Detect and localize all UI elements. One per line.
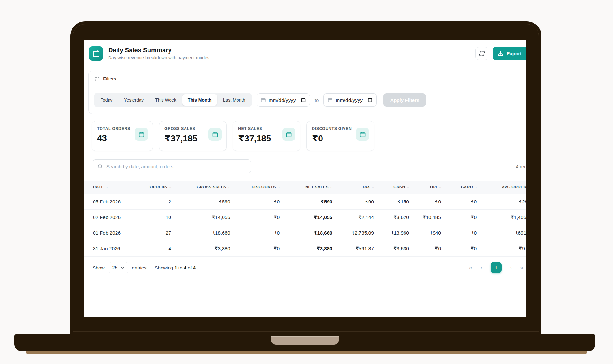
calendar-icon <box>328 97 333 102</box>
records-count: 4 records <box>516 164 526 169</box>
page-background: Daily Sales Summary Day-wise revenue bre… <box>0 0 613 364</box>
page-subtitle: Day-wise revenue breakdown with payment … <box>108 55 209 60</box>
date-preset-group: Today Yesterday This Week This Month Las… <box>94 93 252 107</box>
column-header-cash[interactable]: CASH○ <box>383 181 419 194</box>
column-header-net-sales[interactable]: NET SALES○ <box>289 181 342 194</box>
export-button[interactable]: Export <box>493 47 526 60</box>
column-header-card[interactable]: CARD○ <box>450 181 486 194</box>
first-page-button[interactable]: « <box>469 264 472 271</box>
cell-cash: ₹3,630 <box>383 241 419 256</box>
page-title: Daily Sales Summary <box>108 47 209 54</box>
stat-card-total-orders: TOTAL ORDERS 43 <box>92 121 153 151</box>
cell-cash: ₹3,620 <box>383 209 419 225</box>
date-picker-icon <box>301 97 306 102</box>
cell-date: 02 Feb 2026 <box>84 209 144 225</box>
filters-title: Filters <box>103 76 116 81</box>
cell-upi: ₹0 <box>419 194 450 209</box>
search-box <box>93 159 251 173</box>
cell-date: 01 Feb 2026 <box>84 225 144 241</box>
laptop-screen: Daily Sales Summary Day-wise revenue bre… <box>84 40 526 317</box>
entries-label: entries <box>132 265 147 270</box>
cell-tax: ₹2,735.09 <box>342 225 383 241</box>
cell-gross-sales: ₹3,880 <box>181 241 240 256</box>
sort-icon: ○ <box>475 186 477 189</box>
refresh-icon <box>479 50 485 57</box>
cell-date: 05 Feb 2026 <box>84 194 144 209</box>
table-row: 02 Feb 2026 10 ₹14,055 ₹0 ₹14,055 ₹2,144… <box>84 209 526 225</box>
apply-filters-button[interactable]: Apply Filters <box>383 93 426 107</box>
cell-card: ₹0 <box>450 241 486 256</box>
cell-discounts: ₹0 <box>240 194 289 209</box>
current-page-button[interactable]: 1 <box>491 262 502 273</box>
cell-tax: ₹90 <box>342 194 383 209</box>
chevron-down-icon <box>120 266 125 270</box>
filters-header: Filters <box>89 71 526 87</box>
table-row: 31 Jan 2026 4 ₹3,880 ₹0 ₹3,880 ₹591.87 ₹… <box>84 241 526 256</box>
date-picker-icon <box>367 97 373 102</box>
sort-icon: ○ <box>278 186 280 189</box>
column-header-gross-sales[interactable]: GROSS SALES○ <box>181 181 240 194</box>
cell-card: ₹0 <box>450 209 486 225</box>
previous-page-button[interactable]: ‹ <box>481 264 482 271</box>
column-header-date[interactable]: DATE○ <box>84 181 144 194</box>
cell-date: 31 Jan 2026 <box>84 241 144 256</box>
app-header: Daily Sales Summary Day-wise revenue bre… <box>84 40 526 66</box>
cell-orders: 27 <box>144 225 181 241</box>
cell-gross-sales: ₹590 <box>181 194 240 209</box>
app-icon <box>89 46 103 61</box>
cell-tax: ₹591.87 <box>342 241 383 256</box>
search-input[interactable] <box>106 164 246 169</box>
column-header-orders[interactable]: ORDERS○ <box>144 181 181 194</box>
table-row: 01 Feb 2026 27 ₹18,660 ₹0 ₹18,660 ₹2,735… <box>84 225 526 241</box>
refresh-button[interactable] <box>475 47 488 60</box>
cell-card: ₹0 <box>450 194 486 209</box>
filter-sliders-icon <box>94 76 100 82</box>
stats-row: TOTAL ORDERS 43 GROSS SALES ₹37,185 NET … <box>92 121 526 151</box>
cell-cash: ₹150 <box>383 194 419 209</box>
cell-avg-order: ₹970 <box>486 241 526 256</box>
preset-last-month[interactable]: Last Month <box>218 94 251 106</box>
cell-card: ₹0 <box>450 225 486 241</box>
column-header-avg-order[interactable]: AVG ORDER○ <box>486 181 526 194</box>
date-from-input[interactable]: mm/dd/yyyy <box>257 93 310 107</box>
cell-upi: ₹940 <box>419 225 450 241</box>
last-page-button[interactable]: » <box>520 264 523 271</box>
show-label: Show <box>93 265 105 270</box>
preset-yesterday[interactable]: Yesterday <box>118 94 149 106</box>
pagination: « ‹ 1 › » <box>469 262 523 273</box>
laptop-trackpad-notch <box>271 336 339 345</box>
showing-summary: Showing 1 to 4 of 4 <box>155 265 196 270</box>
next-page-button[interactable]: › <box>510 264 512 271</box>
search-row: 4 records <box>93 159 526 173</box>
sort-icon: ○ <box>330 186 332 189</box>
export-label: Export <box>506 51 522 56</box>
preset-this-month[interactable]: This Month <box>182 94 217 106</box>
laptop-base <box>14 334 595 351</box>
table-footer: Show 25 entries Showing 1 to 4 of 4 <box>84 257 526 279</box>
calendar-icon <box>356 128 369 141</box>
page-size-select[interactable]: 25 <box>109 262 128 273</box>
sort-icon: ○ <box>228 186 230 189</box>
preset-today[interactable]: Today <box>95 94 118 106</box>
column-header-tax[interactable]: TAX○ <box>342 181 383 194</box>
cell-orders: 2 <box>144 194 181 209</box>
range-separator: to <box>315 97 319 103</box>
filters-collapse-button[interactable] <box>525 76 526 81</box>
cell-cash: ₹13,960 <box>383 225 419 241</box>
preset-this-week[interactable]: This Week <box>150 94 182 106</box>
column-header-upi[interactable]: UPI○ <box>419 181 450 194</box>
cell-discounts: ₹0 <box>240 209 289 225</box>
cell-avg-order: ₹295 <box>486 194 526 209</box>
laptop-screen-bezel: Daily Sales Summary Day-wise revenue bre… <box>70 21 541 334</box>
sort-icon: ○ <box>372 186 374 189</box>
date-to-input[interactable]: mm/dd/yyyy <box>323 93 377 107</box>
date-from-placeholder: mm/dd/yyyy <box>269 97 296 103</box>
column-header-discounts[interactable]: DISCOUNTS○ <box>240 181 289 194</box>
stat-card-gross-sales: GROSS SALES ₹37,185 <box>159 121 227 151</box>
cell-gross-sales: ₹18,660 <box>181 225 240 241</box>
cell-discounts: ₹0 <box>240 225 289 241</box>
sort-icon: ○ <box>106 186 108 189</box>
cell-upi: ₹10,185 <box>419 209 450 225</box>
cell-orders: 4 <box>144 241 181 256</box>
page-size-value: 25 <box>112 265 117 270</box>
